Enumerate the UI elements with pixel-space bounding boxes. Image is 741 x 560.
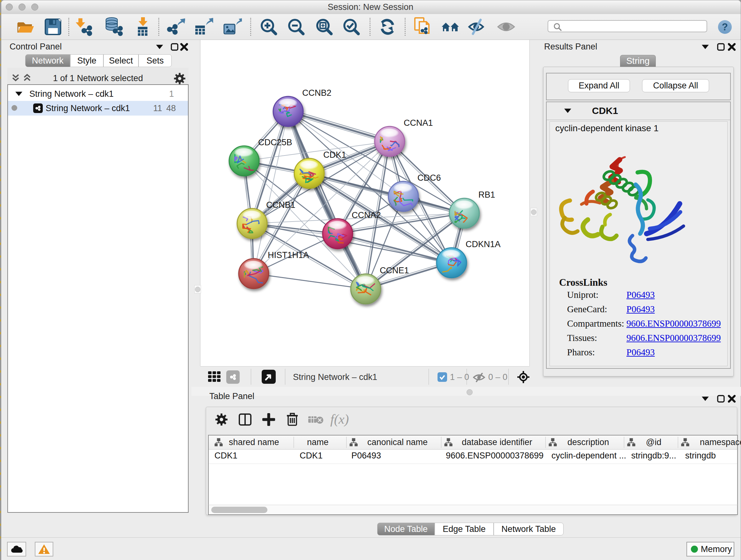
svg-text:HIST1H1A: HIST1H1A — [268, 250, 309, 260]
svg-text:CCNA1: CCNA1 — [404, 118, 433, 128]
svg-text:CCNE1: CCNE1 — [380, 266, 409, 275]
svg-text:CCNB1: CCNB1 — [266, 200, 295, 210]
svg-text:RB1: RB1 — [478, 190, 495, 199]
svg-text:CDKN1A: CDKN1A — [466, 240, 501, 249]
svg-text:CDC25B: CDC25B — [258, 138, 292, 147]
svg-text:CDC6: CDC6 — [417, 173, 441, 183]
svg-text:CDK1: CDK1 — [323, 150, 346, 160]
svg-text:CCNB2: CCNB2 — [302, 88, 332, 98]
svg-text:CCNA2: CCNA2 — [352, 210, 381, 220]
